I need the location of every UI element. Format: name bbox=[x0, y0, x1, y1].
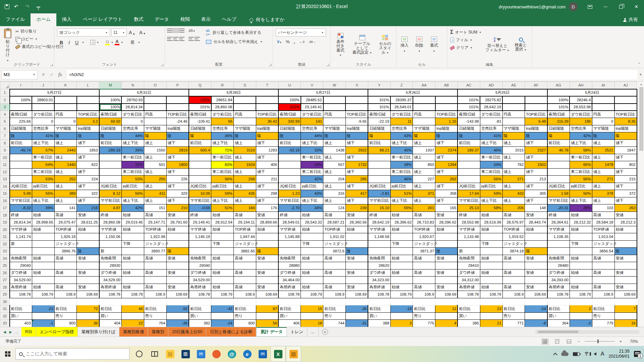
cell[interactable]: 陰 bbox=[614, 248, 637, 255]
cell[interactable]: 29,147.71 bbox=[144, 219, 166, 226]
cell[interactable]: マザ前日比 bbox=[368, 197, 390, 204]
ribbon-tab-データ[interactable]: データ bbox=[149, 13, 175, 26]
cell[interactable]: 34,323.00 bbox=[368, 277, 390, 284]
cell[interactable]: 378 bbox=[592, 190, 614, 197]
cell[interactable]: 安値 bbox=[435, 255, 458, 262]
cell[interactable]: 1,947.44 bbox=[233, 233, 256, 241]
ribbon-display-options-button[interactable] bbox=[582, 0, 598, 13]
cell[interactable]: jq前日比 bbox=[32, 183, 54, 190]
column-header-U[interactable]: U bbox=[278, 82, 301, 89]
cell[interactable]: 28480 bbox=[547, 262, 570, 269]
cell[interactable]: 10.05 bbox=[189, 190, 211, 197]
cell[interactable] bbox=[189, 161, 211, 169]
cell[interactable]: マザ終値 bbox=[278, 226, 301, 233]
cell[interactable]: -42 bbox=[211, 305, 234, 313]
cell[interactable]: 1,150.06 bbox=[99, 233, 122, 241]
collapse-ribbon-icon[interactable]: ⌃ bbox=[638, 62, 641, 66]
cell[interactable]: 安値 bbox=[77, 212, 99, 219]
cell[interactable]: 239 bbox=[345, 204, 368, 212]
cell[interactable]: 435 bbox=[233, 190, 256, 197]
cell[interactable]: 高値 bbox=[413, 284, 435, 291]
column-header-J[interactable]: J bbox=[32, 82, 54, 89]
cell[interactable]: 0 bbox=[592, 118, 614, 125]
cell[interactable]: 売り bbox=[323, 312, 346, 320]
cell[interactable]: 始値 bbox=[121, 226, 144, 233]
cell[interactable]: 値下 bbox=[435, 139, 458, 147]
cell[interactable]: 安値 bbox=[614, 284, 637, 291]
cell[interactable]: 東一前日比 bbox=[480, 154, 502, 161]
cell[interactable]: 安値 bbox=[525, 255, 547, 262]
column-header-W[interactable]: W bbox=[323, 82, 346, 89]
formula-input[interactable]: =N3/N2 bbox=[66, 70, 637, 79]
cell[interactable]: 28,710.83 bbox=[413, 219, 435, 226]
row-header-29[interactable]: 29 bbox=[0, 291, 10, 298]
cell[interactable]: 5月28日 bbox=[189, 89, 278, 97]
zoom-out-icon[interactable]: − bbox=[578, 339, 580, 344]
cell[interactable]: 値下 bbox=[525, 168, 547, 176]
cell[interactable]: 42% bbox=[121, 204, 144, 212]
cell[interactable]: 陰 bbox=[592, 132, 614, 140]
cell[interactable] bbox=[166, 312, 189, 320]
cell[interactable]: 陽 bbox=[144, 132, 166, 140]
cell[interactable]: 高値 bbox=[592, 212, 614, 219]
cell[interactable]: ダウ終値 bbox=[368, 269, 390, 277]
cell[interactable]: 始値 bbox=[390, 284, 413, 291]
column-header-L[interactable]: L bbox=[77, 82, 99, 89]
zoom-level[interactable]: 70% bbox=[627, 339, 638, 344]
cell[interactable]: 始値 bbox=[121, 255, 144, 262]
cell[interactable]: 108.79 bbox=[211, 291, 234, 298]
cell[interactable]: TOP終値 bbox=[502, 226, 525, 233]
cell[interactable]: 下降 bbox=[211, 240, 234, 248]
cell[interactable] bbox=[502, 262, 525, 269]
cell[interactable] bbox=[570, 262, 592, 269]
cell[interactable]: 高値 bbox=[413, 255, 435, 262]
cell[interactable]: 新 bbox=[10, 240, 32, 248]
cell[interactable]: 値上 bbox=[323, 197, 346, 204]
cell[interactable]: 日経陽陰 bbox=[458, 125, 480, 132]
cell[interactable]: 前日比 bbox=[278, 305, 301, 313]
cell[interactable]: 値下 bbox=[614, 168, 637, 176]
row-header-5[interactable]: 5 bbox=[0, 118, 10, 125]
cell[interactable] bbox=[435, 233, 458, 241]
cell[interactable]: 空売比率 bbox=[211, 125, 234, 132]
cell[interactable]: 値上 bbox=[502, 183, 525, 190]
cell[interactable]: 陽 bbox=[547, 132, 570, 140]
cell[interactable]: 0 bbox=[32, 118, 54, 125]
ime-indicator[interactable]: A bbox=[601, 351, 604, 357]
cell[interactable]: 新 bbox=[99, 248, 122, 255]
cell[interactable]: 陽 bbox=[368, 132, 390, 140]
cell[interactable]: 空売比率 bbox=[301, 125, 323, 132]
cell[interactable]: 124 bbox=[323, 204, 346, 212]
cell[interactable] bbox=[614, 277, 637, 284]
cell[interactable]: 終値 bbox=[278, 212, 301, 219]
cell[interactable]: 28410 bbox=[458, 262, 480, 269]
cell[interactable]: 安値 bbox=[256, 284, 278, 291]
cell[interactable] bbox=[301, 298, 323, 305]
cell[interactable] bbox=[144, 262, 166, 269]
orientation-icon[interactable]: ab▼ bbox=[189, 28, 195, 33]
cell[interactable]: 29040 bbox=[10, 262, 32, 269]
cell[interactable] bbox=[413, 277, 435, 284]
align-left-icon[interactable] bbox=[167, 37, 172, 41]
cell[interactable]: 安値 bbox=[166, 284, 189, 291]
cell[interactable]: 値上 bbox=[233, 154, 256, 161]
cell[interactable] bbox=[99, 176, 122, 183]
cell[interactable]: 176 bbox=[256, 204, 278, 212]
cell[interactable] bbox=[368, 248, 390, 255]
cell[interactable]: 値下 bbox=[166, 183, 189, 190]
cell[interactable]: 値上 bbox=[54, 183, 77, 190]
cell[interactable]: TOP前日比 bbox=[435, 111, 458, 118]
cell[interactable]: 東二前日比 bbox=[211, 168, 234, 176]
cell[interactable] bbox=[368, 298, 390, 305]
row-header-6[interactable]: 6 bbox=[0, 125, 10, 132]
cell[interactable] bbox=[32, 312, 54, 320]
cell[interactable] bbox=[390, 248, 413, 255]
cell[interactable] bbox=[233, 262, 256, 269]
cell[interactable]: 前日比 bbox=[54, 305, 77, 313]
cell[interactable]: 108.69 bbox=[166, 291, 189, 298]
cell[interactable]: 値上 bbox=[323, 183, 346, 190]
customize-quick-access-icon[interactable]: ╤ bbox=[37, 4, 40, 10]
cell[interactable]: -24.46 bbox=[166, 118, 189, 125]
save-icon[interactable] bbox=[5, 4, 9, 9]
underline-button[interactable]: U bbox=[73, 39, 80, 46]
